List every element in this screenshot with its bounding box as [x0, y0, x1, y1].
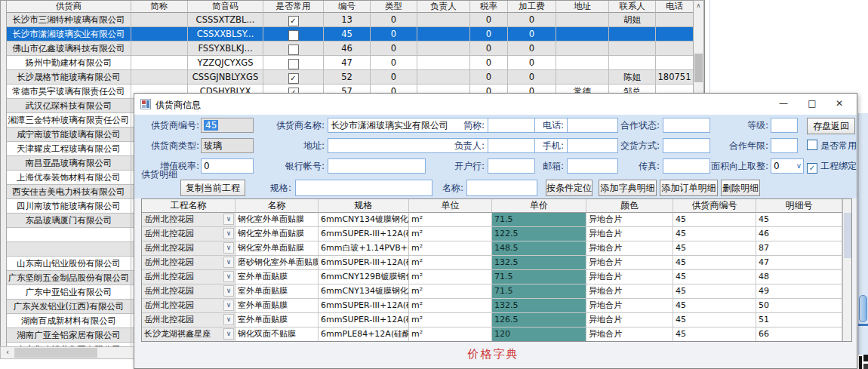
chevron-down-icon[interactable]: ∨ — [223, 228, 234, 239]
detail-cell-price[interactable]: 126.5 — [492, 313, 586, 327]
delete-detail-button[interactable]: 删除明细 — [721, 180, 760, 196]
detail-cell-name[interactable]: 室外单面贴膜 — [235, 270, 319, 284]
detail-cell-name[interactable]: 钢化室外单面贴膜 — [235, 213, 319, 227]
detail-row[interactable]: 岳州北控花园∨室外单面贴膜6mmCNY129B镀膜钢化m²71.5异地合片454… — [142, 270, 842, 284]
scroll-left-icon[interactable]: ‹ — [2, 347, 13, 358]
chevron-down-icon[interactable]: ∨ — [223, 257, 234, 268]
email-field[interactable] — [567, 158, 618, 174]
manager-field[interactable] — [488, 138, 535, 153]
detail-cell-detail_id[interactable]: 47 — [756, 256, 842, 270]
vscroll-thumb[interactable] — [694, 54, 703, 82]
detail-vscroll-thumb[interactable] — [844, 213, 851, 258]
supplier-row[interactable]: 长沙市三湘特种玻璃有限公司CSSSXTZBL...✓13000胡姐 — [7, 13, 693, 27]
detail-row[interactable]: 岳州北控花园∨室外单面贴膜6mmCNY134镀膜钢化m²71.5异地合片4549 — [142, 284, 842, 299]
detail-cell-detail_id[interactable]: 45 — [756, 213, 842, 227]
column-header-short[interactable]: 简称 — [131, 1, 188, 13]
common-checkbox-icon[interactable] — [288, 45, 299, 55]
chevron-down-icon[interactable]: ∨ — [223, 285, 234, 297]
detail-cell-project[interactable]: 岳州北控花园∨ — [142, 299, 235, 313]
detail-cell-supplier_id[interactable]: 45 — [673, 313, 756, 327]
detail-cell-price[interactable]: 71.5 — [492, 270, 586, 284]
maximize-button[interactable]: □ — [799, 94, 825, 114]
detail-column-header-unit[interactable]: 单位 — [409, 199, 492, 213]
minimize-button[interactable]: — — [771, 94, 796, 114]
chevron-down-icon[interactable]: ∨ — [223, 214, 234, 225]
detail-cell-unit[interactable]: m² — [409, 256, 492, 270]
detail-cell-name[interactable]: 钢化室外单面贴膜 — [235, 241, 319, 256]
detail-cell-supplier_id[interactable]: 45 — [673, 270, 756, 284]
detail-cell-price[interactable]: 148.5 — [492, 241, 586, 256]
detail-cell-color[interactable]: 异地合片 — [586, 270, 673, 284]
detail-cell-price[interactable]: 132.5 — [492, 256, 586, 270]
chevron-down-icon[interactable]: ∨ — [223, 314, 234, 325]
vat_rate-field[interactable]: 0 — [201, 158, 254, 174]
detail-cell-price[interactable]: 71.5 — [492, 284, 586, 299]
supplier-row[interactable]: 长沙晟格节能玻璃有限公司CSSGJNBLYXGS✓52000陈姐180751 — [7, 70, 693, 85]
detail-cell-project[interactable]: 岳州北控花园∨ — [142, 241, 235, 256]
detail-cell-supplier_id[interactable]: 45 — [673, 213, 756, 227]
detail-cell-name[interactable]: 钢化室外单面贴膜 — [235, 227, 319, 241]
detail-cell-project[interactable]: 岳州北控花园∨ — [142, 227, 235, 241]
detail-cell-color[interactable]: 异地合片 — [586, 313, 673, 327]
delivery-field[interactable] — [663, 138, 710, 153]
scroll-up-icon[interactable]: ∧ — [694, 1, 703, 12]
coop_years-field[interactable] — [771, 138, 798, 153]
detail-column-header-color[interactable]: 颜色 — [586, 199, 673, 213]
detail-cell-unit[interactable]: m² — [409, 313, 492, 327]
detail-cell-spec[interactable]: 6mmSUPER-III+12A(硅... — [319, 227, 409, 241]
supplier_id-field[interactable]: 45 — [201, 118, 254, 133]
bank_account-field[interactable] — [328, 158, 426, 174]
detail-cell-detail_id[interactable]: 51 — [756, 313, 842, 327]
detail-cell-unit[interactable]: m² — [409, 299, 492, 313]
supplier-row[interactable]: 佛山市亿鑫玻璃科技有限公司FSSYXBLKJ...46000 — [7, 42, 693, 56]
column-header-phone[interactable]: 电话 — [656, 1, 693, 13]
detail-cell-color[interactable]: 异地合片 — [586, 299, 673, 313]
detail-cell-spec[interactable]: 6mm白玻+1.14PVB+6mm... — [319, 241, 409, 256]
add-order-detail-button[interactable]: 添加订单明细 — [660, 180, 718, 196]
chevron-down-icon[interactable]: ∨ — [796, 161, 802, 171]
detail-cell-supplier_id[interactable]: 45 — [673, 299, 756, 313]
detail-column-header-detail_id[interactable]: 明细号 — [756, 199, 842, 213]
detail-row[interactable]: 岳州北控花园∨钢化室外单面贴膜6mmSUPER-III+12A(硅...m²12… — [142, 227, 842, 241]
detail-cell-detail_id[interactable]: 46 — [756, 227, 842, 241]
detail-cell-detail_id[interactable]: 50 — [756, 299, 842, 313]
name-filter-input[interactable] — [466, 180, 537, 196]
column-header-address[interactable]: 地址 — [556, 1, 609, 13]
detail-row[interactable]: 岳州北控花园∨室外单面贴膜6mmSUPER-III+12A(硅...m²132.… — [142, 299, 842, 313]
detail-cell-detail_id[interactable]: 49 — [756, 284, 842, 299]
detail-row[interactable]: 岳州北控花园∨钢化室外单面贴膜6mmCNY134镀膜钢化m²71.5异地合片45… — [142, 213, 842, 227]
fax-field[interactable] — [663, 158, 710, 174]
detail-cell-price[interactable]: 71.5 — [492, 213, 586, 227]
detail-cell-project[interactable]: 岳州北控花园∨ — [142, 270, 235, 284]
project-bind-checkbox[interactable]: ✓工程绑定 — [807, 160, 857, 174]
chevron-down-icon[interactable]: ∨ — [223, 242, 234, 254]
column-header-type[interactable]: 类型 — [371, 1, 417, 13]
detail-column-header-spec[interactable]: 规格 — [319, 199, 409, 213]
detail-row[interactable]: 长沙龙湖祺鑫星座∨钢化双面不贴膜6mmPLE84+12A(硅酮胶...m²120… — [142, 327, 842, 342]
common-checkbox-icon[interactable] — [288, 59, 299, 69]
locate-by-condition-button[interactable]: 按条件定位 — [546, 180, 593, 196]
column-header-code[interactable]: 简音码 — [188, 1, 263, 13]
save-return-button[interactable]: 存盘返回 — [807, 118, 855, 134]
chevron-down-icon[interactable]: ∨ — [223, 300, 234, 311]
common-checkbox-icon[interactable]: ✓ — [288, 73, 299, 84]
detail-cell-color[interactable]: 异地合片 — [586, 256, 673, 270]
detail-cell-spec[interactable]: 6mmCNY134镀膜钢化 — [319, 213, 409, 227]
dialog-titlebar[interactable]: 供货商信息 — □ ✕ — [134, 94, 857, 115]
spec-filter-input[interactable] — [295, 180, 432, 196]
common-checkbox[interactable]: 是否常用 — [807, 140, 857, 153]
column-header-supplier[interactable]: 供货商 — [7, 1, 131, 13]
column-header-tax[interactable]: 税率 — [470, 1, 508, 13]
detail-cell-supplier_id[interactable]: 45 — [673, 241, 756, 256]
detail-column-header-supplier_id[interactable]: 供货商编号 — [673, 199, 756, 213]
detail-cell-unit[interactable]: m² — [409, 241, 492, 256]
close-button[interactable]: ✕ — [826, 94, 852, 114]
detail-cell-spec[interactable]: 6mmCNY129B镀膜钢化 — [319, 270, 409, 284]
column-header-manager[interactable]: 负责人 — [417, 1, 470, 13]
detail-cell-unit[interactable]: m² — [409, 227, 492, 241]
detail-cell-project[interactable]: 岳州北控花园∨ — [142, 313, 235, 327]
copy-current-project-button[interactable]: 复制当前工程 — [180, 180, 245, 196]
detail-cell-spec[interactable]: 6mmSUPER-III+12A(硅... — [319, 313, 409, 327]
detail-row[interactable]: 岳州北控花园∨钢化室外单面贴膜6mm白玻+1.14PVB+6mm...m²148… — [142, 241, 842, 256]
bank_branch-field[interactable] — [488, 158, 535, 174]
